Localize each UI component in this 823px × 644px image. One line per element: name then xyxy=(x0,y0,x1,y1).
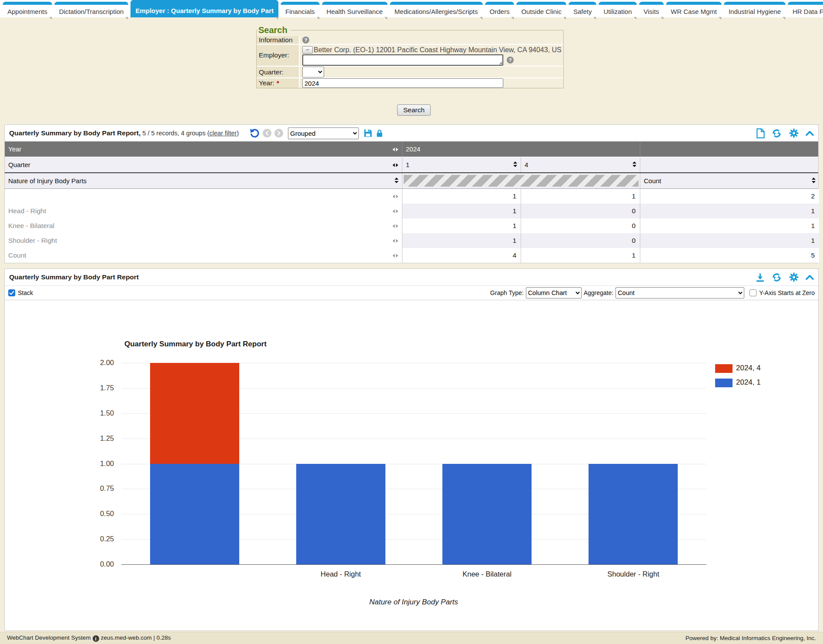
row-label-cell: Count xyxy=(5,248,402,263)
search-legend: Search xyxy=(258,25,290,35)
year-input[interactable] xyxy=(302,78,503,88)
save-icon[interactable] xyxy=(364,129,372,138)
footer: WebChart Development Systemizeus.med-web… xyxy=(0,632,823,644)
row-move-icon[interactable] xyxy=(392,192,398,200)
tab-label: Outside Clinic xyxy=(521,6,562,17)
page: AppointmentsDictation/TranscriptionEmplo… xyxy=(0,0,823,644)
employer-collapse-button[interactable]: − xyxy=(302,46,313,54)
sort-icon[interactable] xyxy=(395,177,398,184)
bar-segment[interactable] xyxy=(150,464,239,565)
tab-wr-case-mgmt[interactable]: WR Case Mgmt xyxy=(666,2,722,17)
row-move-icon[interactable] xyxy=(392,237,398,245)
column-move-icon[interactable] xyxy=(392,145,398,153)
tab-industrial-hygiene[interactable]: Industrial Hygiene xyxy=(724,2,786,17)
tab-label: Safety xyxy=(573,6,592,17)
tab-financials[interactable]: Financials xyxy=(281,2,320,17)
footer-app-name: WebChart Development System xyxy=(7,634,91,641)
tab-label: Orders xyxy=(490,6,510,17)
row-label-cell: Knee - Bilateral xyxy=(5,218,402,233)
tab-health-surveillance[interactable]: Health Surveillance xyxy=(322,2,388,17)
collapse-panel-icon[interactable] xyxy=(806,275,814,280)
bar-segment[interactable] xyxy=(589,464,678,565)
row-label-cell: Shoulder - Right xyxy=(5,233,402,248)
cell-q1: 4 xyxy=(402,248,521,263)
clear-filter-link[interactable]: clear filter xyxy=(209,130,237,137)
tab-orders[interactable]: Orders xyxy=(485,2,515,17)
refresh-icon[interactable] xyxy=(771,272,782,283)
table-row[interactable]: Knee - Bilateral101 xyxy=(5,218,818,233)
sort-icon[interactable] xyxy=(513,161,517,168)
table-row[interactable]: 112 xyxy=(5,189,818,204)
next-group-icon[interactable] xyxy=(274,129,283,138)
tab-outside-clinic[interactable]: Outside Clinic xyxy=(516,2,566,17)
collapse-panel-icon[interactable] xyxy=(806,131,814,136)
tab-safety[interactable]: Safety xyxy=(569,2,597,17)
search-button[interactable]: Search xyxy=(397,104,431,116)
x-axis-category-label: Shoulder - Right xyxy=(568,570,699,578)
gridline xyxy=(121,564,706,565)
tab-appointments[interactable]: Appointments xyxy=(3,2,52,17)
stack-checkbox[interactable] xyxy=(8,289,15,296)
tab-list: AppointmentsDictation/TranscriptionEmplo… xyxy=(3,0,823,17)
search-form: Information ? Employer: − Better Corp. (… xyxy=(257,36,563,88)
cell-q1: 1 xyxy=(402,233,521,248)
information-help-icon[interactable]: ? xyxy=(302,37,309,44)
settings-gear-icon[interactable] xyxy=(789,128,799,138)
quarter-select[interactable] xyxy=(302,67,324,77)
chart-panel: Quarterly Summary by Body Part Report St… xyxy=(4,268,819,631)
bar-segment[interactable] xyxy=(150,363,239,464)
year-header-label: Year xyxy=(8,145,21,153)
download-icon[interactable] xyxy=(756,273,765,282)
table-row[interactable]: Head - Right101 xyxy=(5,204,818,218)
aggregate-select[interactable]: Count xyxy=(616,287,744,299)
cell-q4: 0 xyxy=(521,218,640,233)
info-icon[interactable]: i xyxy=(93,635,99,642)
tab-utilization[interactable]: Utilization xyxy=(599,2,636,17)
x-axis-title: Nature of Injury Body Parts xyxy=(283,598,544,607)
refresh-icon[interactable] xyxy=(771,128,782,139)
row-label-cell: Head - Right xyxy=(5,204,402,218)
cell-q1: 1 xyxy=(402,189,521,204)
y-axis-zero-label: Y-Axis Starts at Zero xyxy=(759,289,815,296)
column-move-icon[interactable] xyxy=(392,161,398,168)
tab-employer-quarterly-summary-by-body-part[interactable]: Employer : Quarterly Summary by Body Par… xyxy=(130,0,278,17)
new-document-icon[interactable] xyxy=(756,128,765,138)
undo-icon[interactable] xyxy=(249,128,260,138)
bar-segment[interactable] xyxy=(442,464,532,565)
tab-visits[interactable]: Visits xyxy=(639,2,664,17)
header-row-year: Year 2024 xyxy=(5,141,818,157)
row-move-icon[interactable] xyxy=(392,207,398,215)
y-axis-tick-label: 1.00 xyxy=(79,460,114,468)
y-axis-tick-label: 0.75 xyxy=(79,484,114,493)
bar-segment[interactable] xyxy=(296,464,385,565)
group-mode-select[interactable]: Grouped xyxy=(288,127,359,139)
table-row[interactable]: Count415 xyxy=(5,248,818,263)
employer-help-icon[interactable]: ? xyxy=(507,57,514,64)
sort-icon[interactable] xyxy=(632,161,636,168)
count-header-label: Count xyxy=(644,177,661,184)
y-axis-tick-label: 1.75 xyxy=(79,384,114,392)
settings-gear-icon[interactable] xyxy=(789,272,799,282)
legend-label: 2024, 1 xyxy=(736,378,761,387)
sort-icon[interactable] xyxy=(812,177,816,184)
cell-count: 5 xyxy=(640,248,819,263)
graph-type-select[interactable]: Column Chart xyxy=(526,287,582,299)
quarter-label: Quarter: xyxy=(257,67,299,77)
quarter-header-label: Quarter xyxy=(8,161,30,168)
year-header-value: 2024 xyxy=(402,141,640,157)
prev-group-icon[interactable] xyxy=(263,129,271,138)
y-axis-zero-checkbox[interactable] xyxy=(749,289,756,296)
tab-dictation-transcription[interactable]: Dictation/Transcription xyxy=(54,2,129,17)
row-move-icon[interactable] xyxy=(392,252,398,259)
table-row[interactable]: Shoulder - Right101 xyxy=(5,233,818,248)
report-title: Quarterly Summary by Body Part Report, xyxy=(9,129,141,137)
employer-search-input[interactable] xyxy=(302,54,503,66)
row-move-icon[interactable] xyxy=(392,222,398,230)
y-axis-tick-label: 0.00 xyxy=(79,560,114,568)
tab-medications-allergies-scripts[interactable]: Medications/Allergies/Scripts xyxy=(390,2,483,17)
information-label: Information xyxy=(257,36,299,44)
cell-q1: 1 xyxy=(402,218,521,233)
quarter-1-header: 1 xyxy=(406,161,409,168)
tab-hr-data-feed[interactable]: HR Data Feed xyxy=(788,2,823,17)
lock-icon[interactable] xyxy=(375,129,384,138)
